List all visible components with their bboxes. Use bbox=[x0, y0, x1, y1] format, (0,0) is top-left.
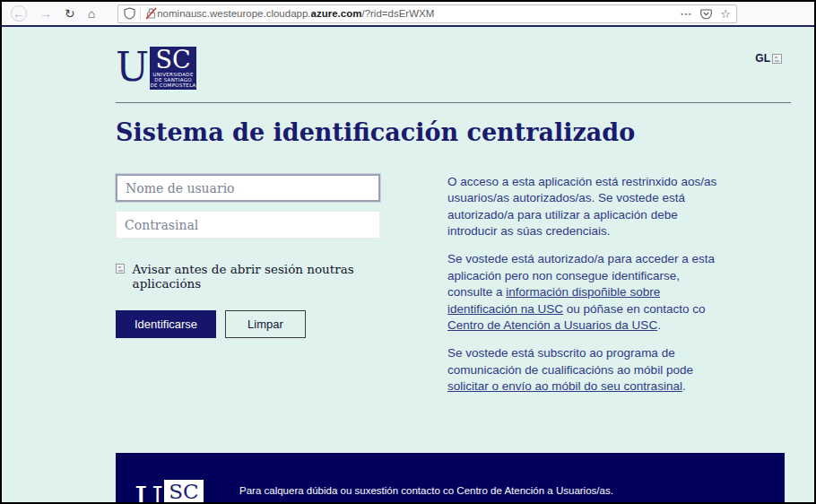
info-paragraph-1: O acceso a esta aplicación está restrinx… bbox=[447, 174, 727, 239]
info-paragraph-2: Se vostede está autorizado/a para accede… bbox=[447, 251, 727, 334]
language-label: GL bbox=[755, 52, 770, 65]
usc-logo: U SC UNIVERSIDADE DE SANTIAGO DE COMPOST… bbox=[116, 47, 196, 90]
login-form: Avisar antes de abrir sesión noutras apl… bbox=[116, 174, 380, 406]
clear-button[interactable]: Limpar bbox=[225, 310, 306, 338]
address-bar[interactable]: nominausc.westeurope.cloudapp.azure.com/… bbox=[117, 4, 737, 23]
info-column: O acceso a esta aplicación está restrinx… bbox=[447, 174, 727, 406]
usc-logo-box: SC UNIVERSIDADE DE SANTIAGO DE COMPOSTEL… bbox=[150, 47, 196, 90]
browser-toolbar: ← → ↻ ⌂ nominausc.westeurope.cloudapp.az… bbox=[2, 2, 814, 27]
insecure-lock-icon[interactable] bbox=[145, 7, 157, 20]
language-flag-icon bbox=[772, 54, 782, 64]
warn-before-login-label: Avisar antes de abrir sesión noutras apl… bbox=[133, 262, 380, 291]
footer: U SC UNIVERSIDADE DE SANTIAGO DE COMPOST… bbox=[116, 453, 785, 504]
language-selector[interactable]: GL bbox=[755, 52, 782, 65]
page-actions-icon[interactable]: ⋯ bbox=[680, 7, 692, 21]
reload-button[interactable]: ↻ bbox=[65, 7, 75, 20]
pocket-icon[interactable] bbox=[700, 8, 712, 20]
divider bbox=[140, 8, 141, 20]
link-send-password-to-mobile[interactable]: solicitar o envío ao móbil do seu contra… bbox=[447, 379, 682, 393]
warn-before-login-checkbox[interactable] bbox=[116, 264, 125, 274]
link-user-support-center[interactable]: Centro de Atención a Usuarios da USC bbox=[447, 318, 657, 332]
home-button[interactable]: ⌂ bbox=[88, 7, 95, 20]
bookmark-star-icon[interactable]: ☆ bbox=[720, 7, 731, 21]
identify-button[interactable]: Identificarse bbox=[116, 310, 216, 338]
forward-button[interactable]: → bbox=[39, 7, 52, 20]
back-button[interactable]: ← bbox=[11, 5, 27, 22]
info-paragraph-3: Se vostede está subscrito ao programa de… bbox=[447, 345, 727, 395]
username-input[interactable] bbox=[116, 174, 380, 202]
usc-logo-u: U bbox=[116, 47, 149, 88]
site-header: U SC UNIVERSIDADE DE SANTIAGO DE COMPOST… bbox=[116, 27, 791, 103]
footer-text: Para calquera dúbida ou suxestión contac… bbox=[239, 485, 613, 496]
usc-footer-logo: U SC UNIVERSIDADE DE SANTIAGO DE COMPOST… bbox=[135, 480, 204, 504]
page-title: Sistema de identificación centralizado bbox=[116, 118, 791, 146]
password-input[interactable] bbox=[116, 211, 380, 239]
url-text: nominausc.westeurope.cloudapp.azure.com/… bbox=[157, 8, 434, 19]
tracking-protection-shield-icon[interactable] bbox=[124, 7, 135, 20]
login-page: U SC UNIVERSIDADE DE SANTIAGO DE COMPOST… bbox=[2, 27, 814, 500]
